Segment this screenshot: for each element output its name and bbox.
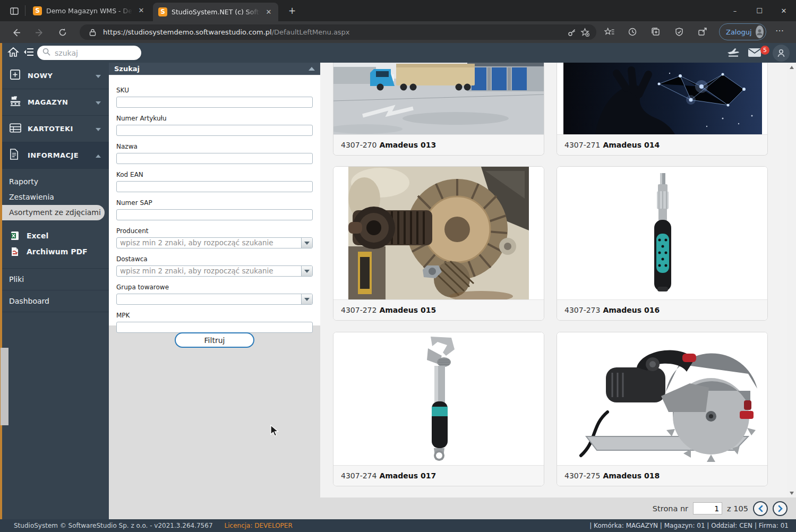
dropdown-button[interactable]	[301, 238, 312, 248]
product-code: 4307-274	[341, 471, 376, 480]
export-archiwum-pdf[interactable]: Archiwum PDF	[2, 244, 109, 260]
page-number-input[interactable]	[693, 502, 722, 514]
prev-page-button[interactable]	[753, 501, 768, 516]
toolbar-icon-strip	[602, 25, 709, 39]
page-label: Strona nr	[653, 504, 688, 513]
search-icon	[42, 48, 50, 58]
field-grupa-towarowe: Grupa towarowe	[116, 284, 313, 305]
lock-icon	[86, 26, 99, 39]
submenu-item-zestawienia[interactable]: Zestawienia	[2, 190, 109, 205]
minimize-button[interactable]: –	[723, 0, 747, 21]
numer-artykulu-input[interactable]	[116, 125, 313, 136]
sidebar-item-nowy[interactable]: NOWY	[2, 63, 109, 89]
excel-icon	[11, 231, 19, 241]
scroll-up-icon[interactable]	[787, 63, 796, 72]
dropdown-button[interactable]	[301, 294, 312, 304]
page-total: z 105	[727, 504, 748, 513]
mail-icon[interactable]	[748, 48, 761, 59]
sidebar-item-kartoteki[interactable]: KARTOTEKI	[2, 116, 109, 142]
chevron-up-icon	[95, 150, 101, 160]
field-dostawca: Dostawca	[116, 255, 313, 277]
product-code: 4307-271	[564, 141, 600, 149]
refresh-icon[interactable]	[56, 25, 70, 39]
sidebar-item-dashboard[interactable]: Dashboard	[2, 290, 109, 312]
product-card[interactable]: 4307-274Amadeus 017	[333, 332, 544, 486]
tab-separator	[25, 5, 25, 16]
close-tab-icon[interactable]: ✕	[264, 8, 273, 16]
share-icon[interactable]	[696, 25, 709, 39]
collections-icon[interactable]	[649, 25, 663, 39]
close-button[interactable]: ✕	[772, 0, 796, 21]
document-icon	[10, 149, 21, 162]
next-page-button[interactable]	[773, 501, 788, 516]
search-input[interactable]	[55, 49, 129, 57]
submenu-item-asortyment-selected[interactable]: Asortyment ze zdjęciami	[2, 205, 105, 220]
sidebar-item-informacje[interactable]: INFORMACJE	[2, 142, 109, 169]
chevron-down-icon	[95, 97, 101, 107]
url-text: https://studiosystemdemo.softwarestudio.…	[103, 28, 566, 36]
nazwa-input[interactable]	[116, 153, 313, 164]
address-bar[interactable]: https://studiosystemdemo.softwarestudio.…	[80, 24, 596, 40]
product-card[interactable]: 4307-270Amadeus 013	[333, 63, 544, 156]
filter-form: SKU Numer Artykułu Nazwa Kod EAN Numer S…	[109, 75, 320, 325]
field-numer-artykulu: Numer Artykułu	[116, 115, 313, 136]
scrollbar-thumb[interactable]	[1, 348, 8, 425]
field-label: Nazwa	[116, 143, 313, 150]
status-copyright: StudioSystem © SoftwareStudio Sp. z o.o.…	[14, 522, 213, 529]
tab-actions-icon[interactable]	[7, 5, 21, 18]
export-excel[interactable]: Excel	[2, 228, 109, 244]
browser-menu-icon[interactable]: ⋯	[775, 25, 784, 36]
sku-input[interactable]	[116, 97, 313, 108]
new-tab-button[interactable]: +	[286, 5, 298, 18]
product-card[interactable]: 4307-273Amadeus 016	[557, 166, 768, 321]
product-photo-screwdriver	[557, 167, 767, 299]
filter-panel-title: Szukaj	[114, 65, 140, 73]
browser-tab-2-active[interactable]: S StudioSystem.NET (c) SoftwareSt ✕	[153, 3, 278, 21]
filter-button[interactable]: Filtruj	[175, 332, 254, 348]
close-tab-icon[interactable]: ✕	[137, 6, 145, 15]
dostawca-combo-input[interactable]	[116, 265, 313, 277]
login-button[interactable]: Zaloguj	[719, 23, 766, 40]
scroll-down-icon[interactable]	[787, 488, 796, 497]
product-card[interactable]: 4307-272Amadeus 015	[333, 166, 544, 321]
product-label: 4307-272Amadeus 015	[333, 299, 544, 320]
browser-tab-1[interactable]: S Demo Magazyn WMS - Demo o ✕	[28, 0, 151, 21]
airplane-icon[interactable]	[726, 47, 740, 60]
browser-essentials-icon[interactable]	[672, 25, 686, 39]
product-label: 4307-273Amadeus 016	[557, 299, 767, 320]
dropdown-button[interactable]	[301, 266, 312, 276]
app-search[interactable]	[37, 46, 141, 60]
filter-panel-header[interactable]: Szukaj	[109, 63, 320, 75]
favorites-bar-icon[interactable]	[602, 25, 616, 39]
forward-icon[interactable]	[32, 25, 46, 39]
password-key-icon[interactable]	[566, 26, 578, 39]
product-card[interactable]: 4307-271Amadeus 014	[557, 63, 768, 156]
tab-title: StudioSystem.NET (c) SoftwareSt	[172, 8, 260, 16]
product-card[interactable]: 4307-275Amadeus 018	[557, 332, 768, 486]
kod-ean-input[interactable]	[116, 181, 313, 192]
dropdown-arrow-icon	[304, 242, 310, 245]
user-icon[interactable]	[773, 45, 790, 62]
add-favorite-star-icon[interactable]	[578, 26, 591, 39]
browser-titlebar: S Demo Magazyn WMS - Demo o ✕ S StudioSy…	[0, 0, 796, 21]
home-icon[interactable]	[7, 47, 19, 59]
collapse-menu-icon[interactable]	[23, 48, 34, 58]
collapse-arrow-icon[interactable]	[309, 67, 315, 71]
sidebar-item-magazyn[interactable]: MAGAZYN	[2, 89, 109, 116]
sidebar-label: MAGAZYN	[28, 98, 68, 106]
grupa-towarowe-combo-input[interactable]	[116, 294, 313, 305]
sidebar-item-pliki[interactable]: Pliki	[2, 269, 109, 290]
submenu-item-raporty[interactable]: Raporty	[2, 174, 109, 190]
product-grid: 4307-270Amadeus 013 4307-271Amadeus 014	[320, 63, 787, 497]
product-code: 4307-272	[341, 306, 376, 314]
chevron-down-icon	[95, 71, 101, 81]
history-icon[interactable]	[626, 25, 639, 39]
field-label: MPK	[116, 312, 313, 319]
site-favicon: S	[33, 6, 42, 15]
numer-sap-input[interactable]	[116, 209, 313, 220]
maximize-button[interactable]: ☐	[747, 0, 772, 21]
back-icon[interactable]	[9, 25, 23, 39]
producent-combo-input[interactable]	[116, 237, 313, 248]
mpk-input[interactable]	[116, 322, 313, 333]
vertical-scrollbar[interactable]	[787, 63, 796, 497]
